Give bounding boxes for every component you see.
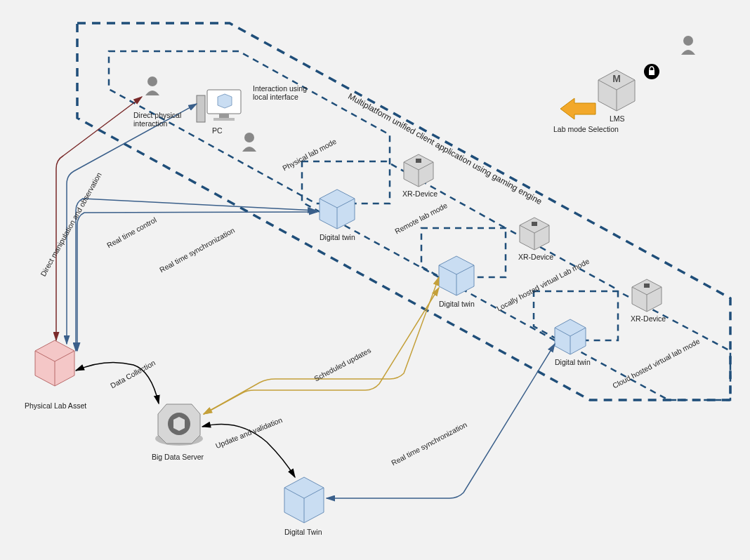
svg-text:M: M <box>612 73 621 84</box>
digital-twin-3-label: Digital twin <box>555 358 591 366</box>
svg-rect-2 <box>416 159 421 163</box>
svg-rect-4 <box>644 284 650 288</box>
xr-device-2-label: XR-Device <box>518 253 553 261</box>
xr-device-3-cube <box>632 279 662 312</box>
lms-label: LMS <box>610 114 625 123</box>
lab-mode-selection-label: Lab mode Selection <box>553 125 619 133</box>
pc-label: PC <box>212 126 223 135</box>
xr-device-1-cube <box>404 154 433 187</box>
lab-mode-arrow <box>560 98 596 119</box>
direct-physical-label: Direct physical interaction <box>133 111 197 128</box>
lock-icon <box>644 64 659 79</box>
edge-scheduled-updates <box>204 277 439 414</box>
svg-rect-8 <box>213 118 235 121</box>
big-data-server-label: Big Data Server <box>152 453 204 461</box>
svg-rect-14 <box>649 70 654 75</box>
user-icon-2 <box>242 133 256 152</box>
edge-real-time-sync-1 <box>76 199 316 351</box>
digital-twin-2-label: Digital twin <box>439 300 475 308</box>
interaction-local-label: Interaction using local interface <box>253 84 323 101</box>
pc-icon <box>197 90 241 122</box>
lms-cube: M <box>598 70 635 111</box>
edge-real-time-control <box>67 104 197 344</box>
svg-point-9 <box>147 76 157 86</box>
digital-twin-2-cube <box>439 256 474 295</box>
user-icon-3 <box>681 36 695 55</box>
xr-device-2-cube <box>520 218 549 250</box>
digital-twin-1-cube <box>320 189 355 229</box>
xr-device-1-label: XR-Device <box>402 189 438 198</box>
svg-point-10 <box>244 133 254 142</box>
big-data-server-icon <box>155 404 203 446</box>
user-icon-1 <box>145 76 159 95</box>
edge-real-time-sync-2 <box>327 344 555 498</box>
digital-twin-3-cube <box>555 319 586 354</box>
svg-rect-5 <box>197 95 205 122</box>
physical-lab-asset-cube <box>35 340 74 386</box>
svg-rect-3 <box>532 222 537 226</box>
digital-twin-bottom-label: Digital Twin <box>284 528 322 536</box>
physical-lab-asset-label: Physical Lab Asset <box>25 401 86 410</box>
svg-rect-7 <box>219 114 229 118</box>
digital-twin-bottom-cube <box>284 477 324 523</box>
svg-point-11 <box>683 36 693 46</box>
digital-twin-1-label: Digital twin <box>320 233 355 241</box>
xr-device-3-label: XR-Device <box>631 314 666 323</box>
